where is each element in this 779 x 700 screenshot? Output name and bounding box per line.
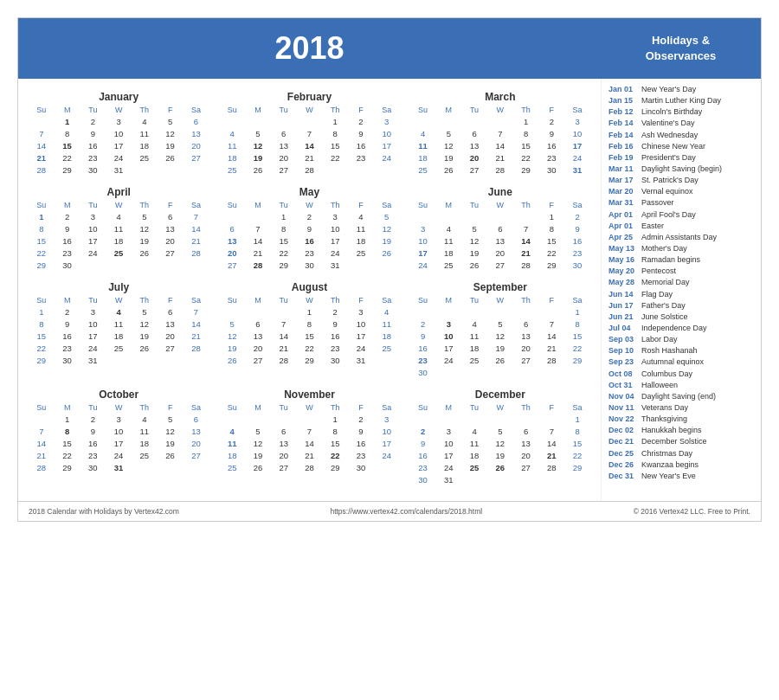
calendar-day: 1 <box>322 413 348 425</box>
calendar-day: 2 <box>538 115 564 127</box>
calendar-day: 15 <box>29 330 55 342</box>
calendar-day <box>183 354 209 366</box>
calendar-day: 26 <box>487 354 513 366</box>
day-header: F <box>348 295 374 305</box>
calendar-day: 8 <box>297 318 323 330</box>
calendar-day <box>410 413 436 425</box>
holiday-date: Sep 23 <box>608 356 641 367</box>
month-block: JanuarySuMTuWThFSa1234567891011121314151… <box>25 87 212 183</box>
calendar-day: 28 <box>297 461 323 473</box>
calendar-day: 1 <box>55 413 80 425</box>
calendar-day: 3 <box>410 222 436 234</box>
calendar-day: 10 <box>374 127 400 139</box>
day-header: Tu <box>80 105 106 115</box>
calendar-day: 13 <box>245 330 271 342</box>
calendar-day: 28 <box>245 259 271 271</box>
calendar-day: 3 <box>374 413 400 425</box>
calendar-day <box>435 115 461 127</box>
calendar-day: 18 <box>106 234 132 247</box>
holiday-date: Feb 12 <box>608 106 641 117</box>
calendar-day: 25 <box>219 164 245 176</box>
calendar-day: 26 <box>245 461 271 473</box>
calendar-day: 12 <box>158 425 183 437</box>
calendar-day: 12 <box>374 222 400 234</box>
holiday-name: Daylight Saving (begin) <box>641 164 722 174</box>
day-header: W <box>106 402 132 413</box>
calendar-day: 28 <box>183 342 209 354</box>
calendar-day: 9 <box>410 437 436 449</box>
calendar-day: 14 <box>538 330 564 342</box>
day-header: M <box>55 295 80 305</box>
month-title: May <box>219 186 399 198</box>
holiday-date: Jan 15 <box>608 95 641 106</box>
holiday-item: May 28Memorial Day <box>608 277 754 287</box>
holiday-name: Martin Luther King Day <box>641 95 721 106</box>
day-header: W <box>106 105 132 115</box>
holiday-item: May 13Mother's Day <box>608 243 754 254</box>
calendar-day <box>374 259 400 271</box>
holiday-name: April Fool's Day <box>641 209 696 220</box>
calendar-day: 29 <box>538 259 564 271</box>
holiday-name: December Solstice <box>641 436 707 446</box>
day-header: Sa <box>564 295 590 305</box>
holiday-item: Jun 14Flag Day <box>608 289 754 299</box>
calendar-day: 9 <box>564 222 590 234</box>
day-header: M <box>55 402 80 413</box>
day-header: Sa <box>374 200 400 210</box>
calendar-day: 19 <box>435 151 461 164</box>
calendar-day: 11 <box>219 139 245 151</box>
calendar-day: 16 <box>80 139 106 151</box>
calendar-day: 12 <box>461 234 487 247</box>
calendar-day: 5 <box>132 305 158 318</box>
calendar-day <box>564 366 590 378</box>
calendar-day: 20 <box>183 139 209 151</box>
calendar-day: 23 <box>348 449 374 461</box>
calendar-day <box>271 305 297 318</box>
calendar-day: 1 <box>29 305 55 318</box>
calendar-day: 17 <box>410 247 436 259</box>
calendar-day: 22 <box>564 449 590 461</box>
calendar-day <box>435 413 461 425</box>
holiday-item: Apr 01Easter <box>608 221 754 231</box>
calendar-day: 27 <box>271 164 297 176</box>
month-table: SuMTuWThFSa12345678910111213141516171819… <box>410 200 590 271</box>
holiday-date: Feb 14 <box>608 130 641 140</box>
calendar-day <box>348 259 374 271</box>
day-header: F <box>158 200 183 210</box>
calendar-day: 5 <box>158 115 183 127</box>
calendar-day: 25 <box>106 247 132 259</box>
holiday-name: Ramadan begins <box>641 254 700 265</box>
calendar-day: 10 <box>322 222 348 234</box>
month-block: NovemberSuMTuWThFSa123456789101112131415… <box>216 385 402 492</box>
calendar-day: 27 <box>513 461 539 473</box>
calendar-day: 10 <box>348 318 374 330</box>
calendar-day: 26 <box>245 164 271 176</box>
day-header: W <box>487 295 513 305</box>
month-table: SuMTuWThFSa12345678910111213141516171819… <box>410 402 590 485</box>
calendar-day: 21 <box>183 234 209 247</box>
holiday-name: Memorial Day <box>641 277 690 287</box>
holiday-item: May 20Pentecost <box>608 266 754 276</box>
calendar-day <box>132 354 158 366</box>
calendar-day: 13 <box>461 139 487 151</box>
holiday-name: Valentine's Day <box>641 118 695 128</box>
calendar-day: 10 <box>435 437 461 449</box>
calendar-day: 16 <box>322 330 348 342</box>
holiday-item: Mar 17St. Patrick's Day <box>608 175 754 185</box>
calendar-day: 29 <box>29 354 55 366</box>
calendar-day: 22 <box>29 247 55 259</box>
calendar-day: 16 <box>80 437 106 449</box>
calendar-day: 20 <box>271 151 297 164</box>
calendar-day: 19 <box>132 330 158 342</box>
calendar-day: 25 <box>219 461 245 473</box>
holiday-item: Sep 10Rosh Hashanah <box>608 345 754 356</box>
calendar-day: 18 <box>219 449 245 461</box>
month-table: SuMTuWThFSa12345678910111213141516171819… <box>29 105 209 176</box>
day-header: M <box>435 402 461 413</box>
holiday-name: Christmas Day <box>641 448 692 459</box>
calendar-day <box>219 305 245 318</box>
month-table: SuMTuWThFSa12345678910111213141516171819… <box>410 295 590 378</box>
calendar-day: 21 <box>297 449 323 461</box>
calendar-day: 30 <box>538 164 564 176</box>
day-header: W <box>297 200 323 210</box>
